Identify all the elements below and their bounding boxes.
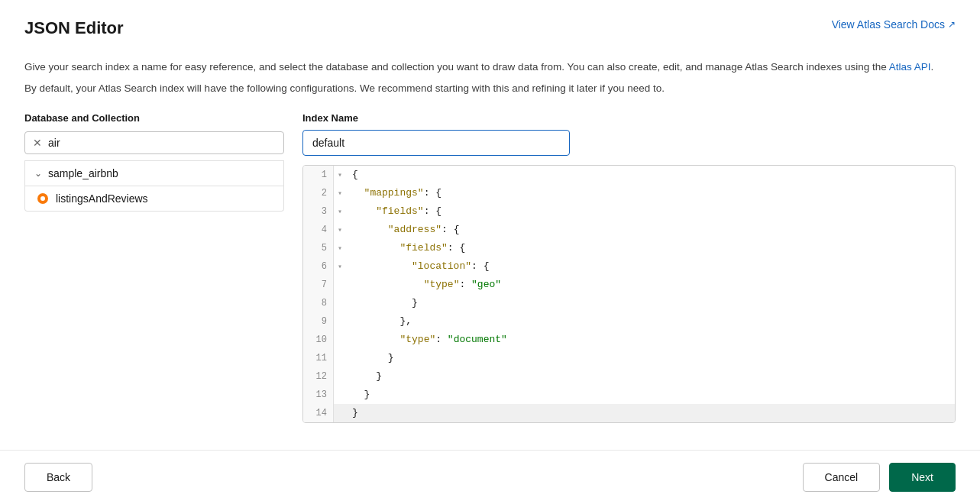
editor-lines: 1▾{2▾ "mappings": {3▾ "fields": {4▾ "add… xyxy=(303,166,955,422)
footer: Back Cancel Next xyxy=(0,450,980,504)
no-fold xyxy=(334,386,346,404)
line-content: "type": "geo" xyxy=(346,276,955,294)
external-link-icon: ↗ xyxy=(948,19,956,30)
editor-line: 14} xyxy=(303,404,955,422)
json-editor[interactable]: 1▾{2▾ "mappings": {3▾ "fields": {4▾ "add… xyxy=(302,165,956,423)
editor-line: 13 } xyxy=(303,386,955,404)
database-item[interactable]: ⌄ sample_airbnb xyxy=(24,160,284,186)
db-collection-label: Database and Collection xyxy=(24,112,284,124)
description-line1: Give your search index a name for easy r… xyxy=(24,60,956,75)
editor-line: 9 }, xyxy=(303,312,955,331)
editor-line: 5▾ "fields": { xyxy=(303,239,955,257)
line-content: "fields": { xyxy=(346,202,955,221)
editor-line: 1▾{ xyxy=(303,166,955,184)
line-number: 4 xyxy=(303,221,334,239)
line-content: "mappings": { xyxy=(346,184,955,202)
line-content: } xyxy=(346,349,955,367)
fold-icon[interactable]: ▾ xyxy=(334,166,346,184)
search-input[interactable] xyxy=(48,137,276,149)
index-name-input[interactable] xyxy=(302,130,570,156)
line-number: 12 xyxy=(303,367,334,386)
atlas-api-link[interactable]: Atlas API xyxy=(889,61,931,73)
cancel-button[interactable]: Cancel xyxy=(803,463,881,492)
search-box: ✕ xyxy=(24,131,284,154)
editor-line: 10 "type": "document" xyxy=(303,331,955,349)
line-content: { xyxy=(346,166,955,184)
next-button[interactable]: Next xyxy=(889,463,956,492)
description-line3: By default, your Atlas Search index will… xyxy=(24,81,956,96)
no-fold xyxy=(334,367,346,386)
two-panel: Database and Collection ✕ ⌄ sample_airbn… xyxy=(24,112,956,423)
line-number: 1 xyxy=(303,166,334,184)
collection-name: listingsAndReviews xyxy=(56,192,148,205)
header-row: JSON Editor View Atlas Search Docs ↗ xyxy=(24,18,956,50)
line-content: } xyxy=(346,294,955,312)
no-fold xyxy=(334,312,346,331)
line-number: 13 xyxy=(303,386,334,404)
editor-line: 12 } xyxy=(303,367,955,386)
fold-icon[interactable]: ▾ xyxy=(334,202,346,221)
line-number: 7 xyxy=(303,276,334,294)
left-panel: Database and Collection ✕ ⌄ sample_airbn… xyxy=(24,112,284,423)
fold-icon[interactable]: ▾ xyxy=(334,221,346,239)
no-fold xyxy=(334,349,346,367)
line-number: 10 xyxy=(303,331,334,349)
line-number: 3 xyxy=(303,202,334,221)
view-docs-label: View Atlas Search Docs xyxy=(832,18,945,31)
line-content: "address": { xyxy=(346,221,955,239)
no-fold xyxy=(334,276,346,294)
editor-line: 3▾ "fields": { xyxy=(303,202,955,221)
line-content: "type": "document" xyxy=(346,331,955,349)
editor-line: 6▾ "location": { xyxy=(303,257,955,276)
line-number: 5 xyxy=(303,239,334,257)
fold-icon[interactable]: ▾ xyxy=(334,239,346,257)
index-name-label: Index Name xyxy=(302,112,956,124)
line-number: 2 xyxy=(303,184,334,202)
right-panel: Index Name 1▾{2▾ "mappings": {3▾ "fields… xyxy=(302,112,956,423)
editor-line: 8 } xyxy=(303,294,955,312)
line-content: }, xyxy=(346,312,955,331)
page-title: JSON Editor xyxy=(24,18,124,38)
main-content: JSON Editor View Atlas Search Docs ↗ Giv… xyxy=(0,0,980,450)
collection-item[interactable]: listingsAndReviews xyxy=(24,186,284,212)
no-fold xyxy=(334,404,346,422)
no-fold xyxy=(334,294,346,312)
line-content: "fields": { xyxy=(346,239,955,257)
view-docs-link[interactable]: View Atlas Search Docs ↗ xyxy=(832,18,956,31)
line-content: } xyxy=(346,367,955,386)
database-name: sample_airbnb xyxy=(48,167,118,179)
no-fold xyxy=(334,331,346,349)
radio-selected-icon xyxy=(37,193,48,204)
editor-line: 11 } xyxy=(303,349,955,367)
line-content: } xyxy=(346,386,955,404)
line-number: 6 xyxy=(303,257,334,276)
editor-line: 2▾ "mappings": { xyxy=(303,184,955,202)
line-number: 14 xyxy=(303,404,334,422)
fold-icon[interactable]: ▾ xyxy=(334,184,346,202)
line-content: } xyxy=(346,404,955,422)
right-buttons: Cancel Next xyxy=(803,463,956,492)
line-content: "location": { xyxy=(346,257,955,276)
back-button[interactable]: Back xyxy=(24,463,92,492)
editor-line: 4▾ "address": { xyxy=(303,221,955,239)
editor-line: 7 "type": "geo" xyxy=(303,276,955,294)
fold-icon[interactable]: ▾ xyxy=(334,257,346,276)
line-number: 8 xyxy=(303,294,334,312)
line-number: 11 xyxy=(303,349,334,367)
line-number: 9 xyxy=(303,312,334,331)
chevron-down-icon: ⌄ xyxy=(34,168,42,179)
clear-search-icon[interactable]: ✕ xyxy=(33,137,42,149)
